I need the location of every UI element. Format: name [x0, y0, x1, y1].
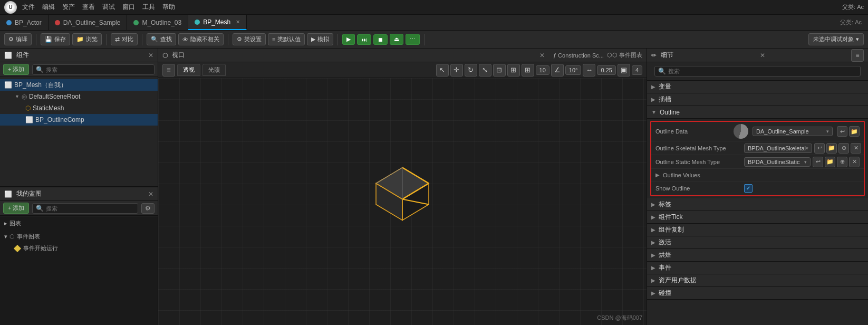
- debug-target-dropdown[interactable]: 未选中调试对象 ▾: [808, 33, 864, 45]
- eject-button[interactable]: ⏏: [390, 34, 403, 45]
- menu-window[interactable]: 窗口: [122, 3, 135, 12]
- tree-item-static-mesh[interactable]: ⬡ StaticMesh: [0, 102, 158, 114]
- component-copy-header[interactable]: ▶ 组件复制: [647, 224, 868, 236]
- play-button[interactable]: ▶: [342, 34, 355, 45]
- add-blueprint-button[interactable]: + 添加: [3, 203, 29, 214]
- tab-bp-mesh[interactable]: BP_Mesh ✕: [188, 15, 247, 30]
- skeletal-mesh-dropdown[interactable]: BPDA_OutlineSkeletal ▾: [744, 144, 812, 153]
- outline-data-folder-btn[interactable]: 📁: [849, 126, 860, 137]
- view-lighting-tab[interactable]: 光照: [202, 64, 226, 76]
- compare-button[interactable]: ⇄ 对比: [111, 33, 138, 45]
- details-search-box: 🔍: [654, 66, 861, 77]
- stop-button[interactable]: ⏹: [373, 34, 388, 45]
- details-close-button[interactable]: ✕: [760, 52, 765, 59]
- viewport-canvas[interactable]: CSDN @海码007: [158, 78, 647, 325]
- static-arrow-btn[interactable]: ↩: [813, 157, 823, 167]
- graph-label-text: 图表: [9, 219, 21, 227]
- menu-help[interactable]: 帮助: [162, 3, 175, 12]
- rotate-tool-btn[interactable]: ↻: [465, 64, 477, 77]
- class-settings-button[interactable]: ⚙ 类设置: [233, 33, 266, 45]
- event-graph-tab[interactable]: ⬡⬡ 事件图表: [607, 51, 642, 59]
- slots-section-header[interactable]: ▶ 插槽: [647, 93, 868, 106]
- tags-arrow: ▶: [651, 202, 655, 207]
- skeletal-arrow-btn[interactable]: ↩: [814, 143, 825, 154]
- menu-icon-btn[interactable]: ≡: [162, 64, 175, 77]
- select-tool-btn[interactable]: ↖: [436, 64, 449, 77]
- grid-toggle-btn[interactable]: ⊞: [522, 64, 534, 77]
- details-search-bar: 🔍: [647, 62, 868, 81]
- step-button[interactable]: ⏭: [357, 34, 371, 45]
- static-remove-btn[interactable]: ✕: [849, 157, 860, 167]
- outline-data-arrow-btn[interactable]: ↩: [837, 126, 847, 137]
- asset-user-data-header[interactable]: ▶ 资产用户数据: [647, 274, 868, 287]
- blueprint-search-input[interactable]: [46, 205, 134, 212]
- static-mesh-type-dropdown[interactable]: BPDA_OutlineStatic ▾: [744, 157, 811, 167]
- outline-data-dropdown[interactable]: DA_Outline_Sample ▾: [753, 127, 833, 136]
- surface-snap-btn[interactable]: ⊞: [507, 64, 520, 77]
- static-folder-btn[interactable]: 📁: [825, 157, 835, 167]
- event-graph-text: 事件图表: [17, 233, 40, 241]
- menu-asset[interactable]: 资产: [62, 3, 75, 12]
- skeletal-add-btn[interactable]: ⊕: [838, 143, 849, 154]
- scale-tool-btn[interactable]: ⤡: [479, 64, 491, 77]
- menu-debug[interactable]: 调试: [102, 3, 115, 12]
- outline-section-header[interactable]: ▼ Outline: [647, 106, 868, 119]
- blueprint-gear-button[interactable]: ⚙: [141, 203, 155, 214]
- angle-toggle-btn[interactable]: ∠: [551, 64, 564, 77]
- tab-close-bp-mesh[interactable]: ✕: [236, 19, 240, 25]
- tab-m-outline[interactable]: M_Outline_03: [127, 15, 188, 30]
- tab-bp-actor[interactable]: BP_Actor: [0, 15, 49, 30]
- details-settings-btn[interactable]: ≡: [851, 49, 864, 62]
- tab-da-outline[interactable]: DA_Outline_Sample: [49, 15, 128, 30]
- snap-btn[interactable]: ⊡: [493, 64, 506, 77]
- construction-script-tab[interactable]: ƒ Construction Sc...: [553, 52, 604, 59]
- details-search-input[interactable]: [668, 68, 857, 74]
- activate-title: 激活: [659, 238, 671, 247]
- components-search-input[interactable]: [46, 66, 151, 73]
- bake-header[interactable]: ▶ 烘焙: [647, 249, 868, 262]
- menu-edit[interactable]: 编辑: [42, 3, 55, 12]
- viewport-close-button[interactable]: ✕: [539, 52, 545, 59]
- angle-value-btn[interactable]: 10°: [565, 65, 582, 75]
- tree-item-default-scene-root[interactable]: ▼ ◎ DefaultSceneRoot: [0, 91, 158, 102]
- menu-tools[interactable]: 工具: [142, 3, 155, 12]
- static-add-btn[interactable]: ⊕: [837, 157, 847, 167]
- browse-button[interactable]: 📁 浏览: [72, 33, 102, 45]
- outline-values-header[interactable]: ▶ Outline Values: [651, 169, 864, 181]
- menu-view[interactable]: 查看: [82, 3, 95, 12]
- tab-label-bp-actor: BP_Actor: [15, 19, 42, 26]
- class-defaults-button[interactable]: ≡ 类默认值: [268, 33, 305, 45]
- menu-file[interactable]: 文件: [22, 3, 35, 12]
- hide-button[interactable]: 👁 隐藏不相关: [178, 33, 224, 45]
- add-component-button[interactable]: + 添加: [3, 64, 29, 75]
- screen-value-btn[interactable]: 4: [632, 65, 642, 75]
- scale-value-btn[interactable]: 0.25: [597, 65, 615, 75]
- show-outline-checkbox[interactable]: ✔: [744, 184, 753, 193]
- more-play-button[interactable]: ⋯: [406, 34, 420, 45]
- scale-toggle-btn[interactable]: ↔: [583, 64, 595, 77]
- collision-header[interactable]: ▶ 碰撞: [647, 287, 868, 300]
- skeletal-remove-btn[interactable]: ✕: [851, 143, 861, 154]
- compile-button[interactable]: ⚙ 编译: [4, 33, 32, 45]
- tree-item-bp-mesh-self[interactable]: ⬜ BP_Mesh（自我）: [0, 79, 158, 91]
- variables-section-header[interactable]: ▶ 变量: [647, 81, 868, 93]
- component-tick-header[interactable]: ▶ 组件Tick: [647, 211, 868, 224]
- components-close-button[interactable]: ✕: [148, 52, 153, 59]
- blueprint-close-button[interactable]: ✕: [148, 190, 153, 198]
- move-tool-btn[interactable]: ✛: [450, 64, 463, 77]
- save-button[interactable]: 💾 保存: [41, 33, 70, 45]
- event-header[interactable]: ▶ 事件: [647, 262, 868, 274]
- tags-section-header[interactable]: ▶ 标签: [647, 198, 868, 211]
- find-button[interactable]: 🔍 查找: [147, 33, 176, 45]
- outline-data-icons: ↩ 📁: [837, 126, 860, 137]
- activate-header[interactable]: ▶ 激活: [647, 236, 868, 249]
- comp-copy-arrow: ▶: [651, 227, 655, 233]
- grid-size-btn[interactable]: 10: [536, 65, 549, 75]
- screen-num-btn[interactable]: ▣: [618, 64, 630, 77]
- tree-item-bp-outline-comp[interactable]: ⬜ BP_OutlineComp: [0, 114, 158, 126]
- event-item-start[interactable]: 事件开始运行: [4, 243, 153, 254]
- skeletal-folder-btn[interactable]: 📁: [826, 143, 837, 154]
- simulate-button[interactable]: ▶ 模拟: [307, 33, 333, 45]
- view-perspective-tab[interactable]: 透视: [177, 64, 200, 76]
- debug-target-label: 未选中调试对象: [813, 35, 854, 43]
